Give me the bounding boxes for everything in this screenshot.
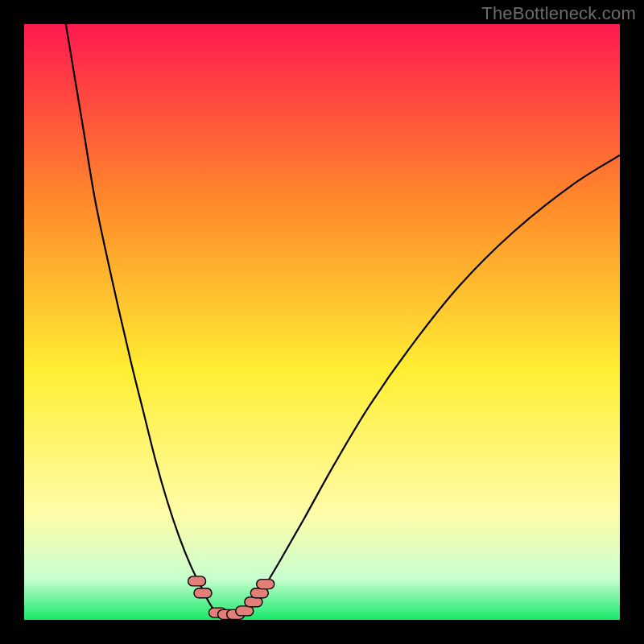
data-marker [245, 597, 262, 607]
gradient-background [24, 24, 620, 620]
data-marker [188, 576, 206, 586]
chart-svg [24, 24, 620, 620]
plot-area [24, 24, 620, 620]
watermark-text: TheBottleneck.com [481, 3, 636, 24]
data-marker [194, 588, 212, 598]
data-marker [250, 588, 268, 598]
chart-frame: TheBottleneck.com [0, 0, 644, 644]
data-marker [257, 580, 275, 589]
data-marker [236, 606, 254, 616]
